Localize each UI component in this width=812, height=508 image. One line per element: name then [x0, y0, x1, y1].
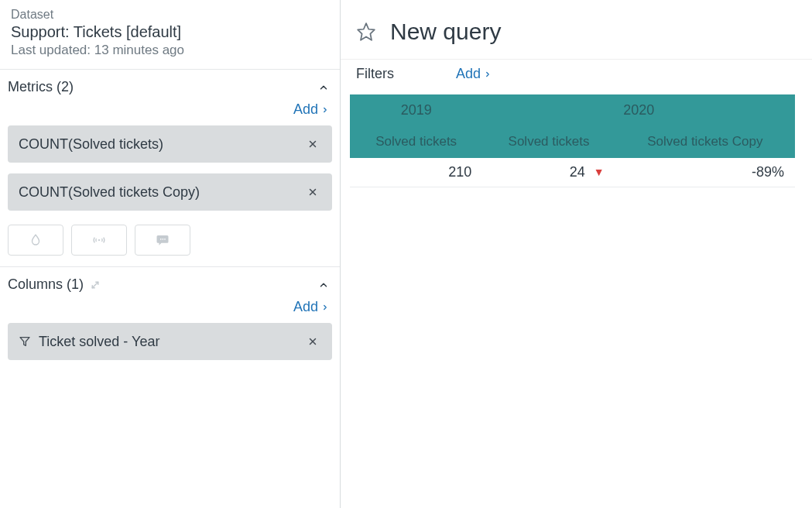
table-cell: -89% — [615, 158, 795, 187]
metric-chip-left: COUNT(Solved tickets) — [19, 136, 163, 153]
chevron-up-icon — [318, 82, 329, 93]
columns-section: Columns (1) Add — [0, 267, 340, 371]
metric-chip[interactable]: COUNT(Solved tickets Copy) — [8, 173, 332, 211]
dataset-block: Dataset Support: Tickets [default] Last … — [0, 0, 340, 70]
metrics-add-label: Add — [293, 101, 318, 118]
filters-label: Filters — [356, 66, 394, 82]
filters-add-label: Add — [456, 66, 481, 82]
filters-row: Filters Add — [341, 59, 812, 90]
page-title: New query — [390, 19, 501, 45]
column-header[interactable]: Solved tickets Copy — [615, 125, 795, 158]
metrics-title: Metrics (2) — [8, 79, 74, 95]
main-panel: New query Filters Add 2019 2020 Solved t… — [341, 0, 812, 508]
dataset-name: Support: Tickets [default] — [11, 23, 329, 41]
table-cell: 24 ▼ — [482, 158, 615, 187]
table-row: 210 24 ▼ -89% — [350, 158, 795, 187]
close-icon[interactable] — [304, 136, 321, 153]
year-header[interactable]: 2019 — [350, 94, 482, 125]
chevron-right-icon — [321, 105, 329, 115]
metric-tool-buttons — [0, 211, 340, 256]
column-chip[interactable]: Ticket solved - Year — [8, 323, 332, 360]
column-header[interactable]: Solved tickets — [482, 125, 615, 158]
filter-icon — [19, 335, 31, 348]
broadcast-icon-button[interactable] — [71, 225, 127, 256]
svg-point-7 — [164, 239, 166, 240]
columns-header[interactable]: Columns (1) — [0, 267, 340, 293]
metrics-add-link[interactable]: Add — [293, 101, 329, 118]
column-chip-left: Ticket solved - Year — [19, 334, 159, 350]
columns-add-row: Add — [0, 293, 340, 318]
drop-icon — [29, 233, 43, 247]
swap-icon[interactable] — [88, 278, 102, 292]
drop-icon-button[interactable] — [8, 225, 63, 256]
chevron-right-icon — [484, 70, 492, 79]
chevron-right-icon — [321, 303, 329, 312]
year-header[interactable]: 2020 — [482, 94, 795, 125]
cell-value: 24 — [570, 164, 585, 180]
app-root: Dataset Support: Tickets [default] Last … — [0, 0, 812, 508]
trend-down-icon: ▼ — [594, 166, 605, 178]
broadcast-icon — [91, 233, 108, 247]
table-group-row: 2019 2020 — [350, 94, 795, 125]
svg-point-6 — [163, 239, 164, 240]
svg-marker-11 — [358, 23, 375, 40]
cell-value: 210 — [448, 164, 471, 180]
metric-chip-left: COUNT(Solved tickets Copy) — [19, 184, 200, 201]
columns-title-wrap: Columns (1) — [8, 276, 102, 293]
columns-add-link[interactable]: Add — [293, 299, 329, 315]
metric-chip-label: COUNT(Solved tickets Copy) — [19, 184, 200, 201]
metric-chip-label: COUNT(Solved tickets) — [19, 136, 163, 153]
columns-title: Columns (1) — [8, 276, 84, 293]
dataset-label: Dataset — [11, 8, 329, 22]
table-cell: 210 — [350, 158, 482, 187]
column-header[interactable]: Solved tickets — [350, 125, 482, 158]
sidebar: Dataset Support: Tickets [default] Last … — [0, 0, 341, 508]
svg-marker-8 — [20, 338, 29, 346]
star-icon[interactable] — [356, 22, 376, 42]
cell-value: -89% — [752, 164, 784, 180]
title-row: New query — [341, 0, 812, 59]
close-icon[interactable] — [304, 184, 321, 201]
metrics-section: Metrics (2) Add COUNT(Solved tickets) — [0, 70, 340, 267]
close-icon[interactable] — [304, 333, 321, 350]
svg-point-5 — [160, 239, 162, 240]
metrics-add-row: Add — [0, 95, 340, 121]
column-chip-label: Ticket solved - Year — [39, 334, 159, 350]
columns-chip-list: Ticket solved - Year — [0, 318, 340, 360]
filters-add-link[interactable]: Add — [456, 66, 492, 82]
dataset-updated: Last updated: 13 minutes ago — [11, 43, 329, 58]
chevron-up-icon — [318, 280, 329, 290]
metrics-header[interactable]: Metrics (2) — [0, 70, 340, 95]
result-table: 2019 2020 Solved tickets Solved tickets … — [350, 94, 795, 187]
chat-icon — [155, 233, 170, 247]
columns-add-label: Add — [293, 299, 318, 315]
metric-chip[interactable]: COUNT(Solved tickets) — [8, 125, 332, 163]
metrics-chip-list: COUNT(Solved tickets) COUNT(Solved ticke… — [0, 121, 340, 211]
table-subheader-row: Solved tickets Solved tickets Solved tic… — [350, 125, 795, 158]
svg-point-4 — [98, 239, 100, 241]
chat-icon-button[interactable] — [135, 225, 190, 256]
